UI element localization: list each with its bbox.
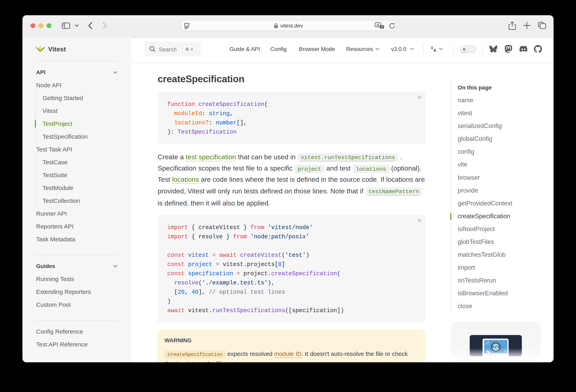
svg-text:A: A (377, 23, 379, 27)
svg-text:A: A (433, 48, 436, 53)
svg-text:x̂: x̂ (431, 46, 433, 50)
svg-text:x: x (381, 25, 383, 29)
